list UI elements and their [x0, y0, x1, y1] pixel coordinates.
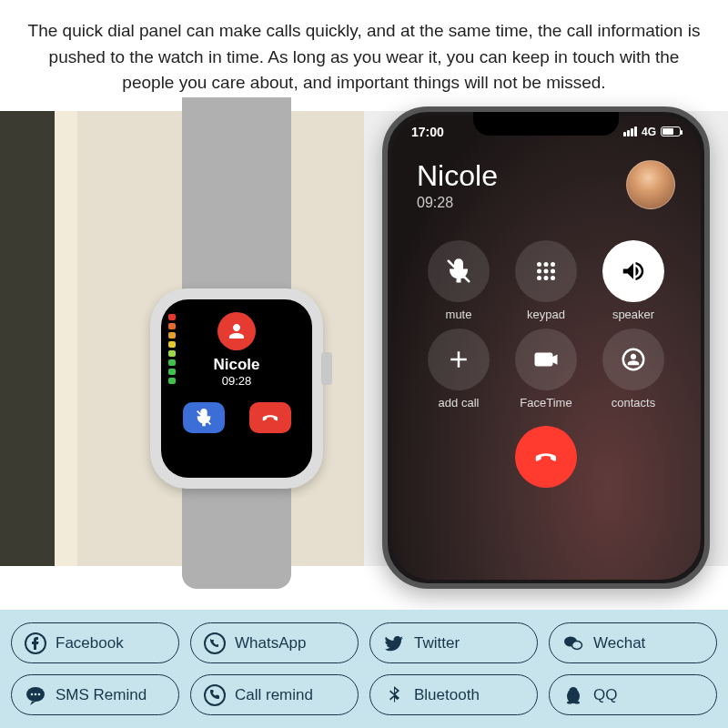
svg-point-15: [31, 693, 34, 695]
facebook-icon: [25, 632, 46, 654]
watch-scene: Nicole 09:28: [0, 111, 364, 566]
app-badge-whatsapp: WhatsApp: [190, 622, 359, 663]
marketing-headline: The quick dial panel can make calls quic…: [0, 0, 728, 111]
facetime-button[interactable]: [515, 329, 577, 390]
qq-icon: [562, 684, 584, 706]
svg-point-11: [205, 633, 225, 653]
svg-point-8: [551, 276, 555, 280]
wechat-icon: [562, 632, 584, 654]
watch-device: Nicole 09:28: [150, 288, 323, 489]
speaker-label: speaker: [612, 308, 654, 321]
caller-avatar-icon: [217, 312, 256, 350]
watch-crown[interactable]: [321, 352, 332, 385]
add-call-button[interactable]: [428, 329, 490, 390]
facetime-label: FaceTime: [520, 396, 571, 410]
watch-call-time: 09:28: [170, 374, 303, 388]
svg-point-2: [551, 262, 555, 267]
app-badge-bluetooth: Bluetooth: [369, 674, 538, 715]
end-call-button[interactable]: [515, 426, 577, 488]
network-label: 4G: [642, 126, 656, 138]
contacts-button[interactable]: [602, 329, 664, 390]
phone-call-time: 09:28: [417, 195, 498, 211]
svg-point-4: [544, 268, 549, 273]
caller-photo[interactable]: [626, 160, 675, 209]
svg-point-5: [551, 268, 555, 273]
signal-icon: [623, 126, 637, 136]
keypad-label: keypad: [527, 308, 565, 321]
app-badge-sms: SMS Remind: [11, 674, 179, 715]
whatsapp-icon: [204, 632, 226, 654]
app-notification-list: Facebook WhatsApp Twitter Wechat SMS Rem…: [0, 610, 728, 728]
app-label: SMS Remind: [56, 686, 147, 704]
mute-button[interactable]: [428, 240, 490, 302]
app-label: QQ: [593, 686, 617, 704]
svg-point-20: [570, 687, 578, 694]
app-label: Bluetooth: [414, 686, 480, 704]
app-badge-wechat: Wechat: [549, 622, 717, 663]
svg-point-17: [38, 693, 41, 695]
app-label: Twitter: [414, 634, 460, 652]
watch-caller-name: Nicole: [170, 356, 303, 374]
svg-point-1: [544, 262, 549, 267]
twitter-icon: [383, 632, 405, 654]
speaker-button[interactable]: [602, 240, 664, 302]
app-label: WhatsApp: [235, 634, 306, 652]
app-badge-call: Call remind: [190, 674, 359, 715]
svg-point-13: [572, 641, 582, 649]
app-label: Call remind: [235, 686, 313, 704]
svg-point-6: [537, 276, 541, 280]
svg-point-18: [205, 685, 225, 705]
watch-screen[interactable]: Nicole 09:28: [161, 299, 312, 478]
clock: 17:00: [411, 125, 444, 139]
phone-caller-name: Nicole: [417, 159, 498, 193]
bluetooth-icon: [383, 684, 405, 706]
svg-point-3: [537, 268, 541, 273]
svg-point-0: [537, 262, 541, 267]
app-label: Wechat: [593, 634, 645, 652]
svg-point-21: [567, 701, 572, 703]
app-badge-twitter: Twitter: [369, 622, 538, 663]
app-badge-facebook: Facebook: [11, 622, 179, 663]
svg-point-22: [574, 701, 580, 703]
keypad-button[interactable]: [515, 240, 577, 302]
call-icon: [204, 684, 226, 706]
volume-indicator: [168, 314, 176, 384]
app-label: Facebook: [56, 634, 124, 652]
watch-decline-button[interactable]: [249, 402, 291, 433]
svg-point-7: [544, 276, 549, 280]
app-badge-qq: QQ: [549, 674, 717, 715]
battery-icon: [661, 126, 681, 136]
phone-scene: 17:00 4G Nicole 09:28: [364, 111, 728, 566]
watch-mute-button[interactable]: [183, 402, 225, 433]
add-call-label: add call: [439, 396, 480, 410]
svg-point-16: [35, 693, 37, 695]
phone-device: 17:00 4G Nicole 09:28: [382, 106, 710, 589]
sms-icon: [25, 684, 46, 706]
mute-label: mute: [446, 308, 472, 321]
contacts-label: contacts: [612, 396, 655, 410]
